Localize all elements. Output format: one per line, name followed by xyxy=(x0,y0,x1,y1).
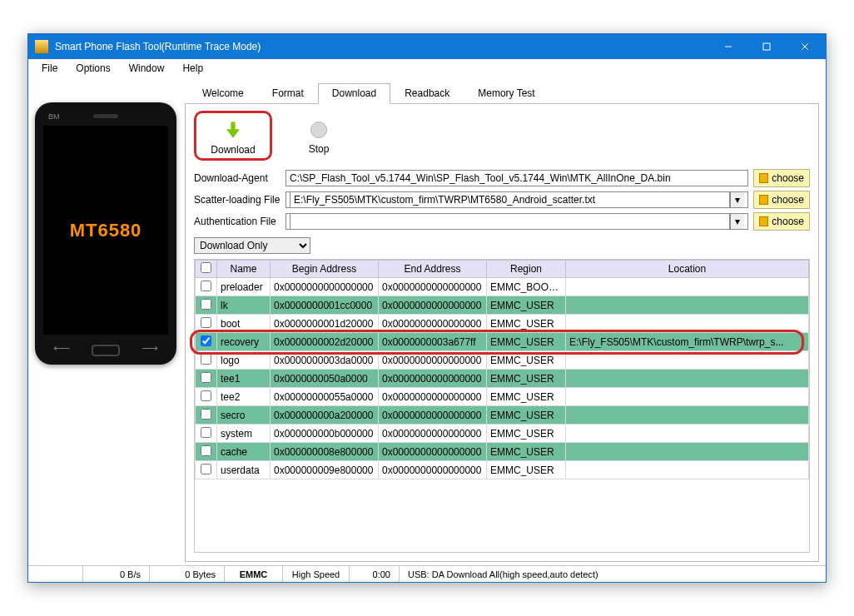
cell-region: EMMC_USER xyxy=(487,370,566,388)
chevron-down-icon[interactable]: ▾ xyxy=(730,214,744,229)
minimize-button[interactable] xyxy=(709,34,747,59)
window-title: Smart Phone Flash Tool(Runtime Trace Mod… xyxy=(55,41,261,52)
cell-location xyxy=(566,461,809,479)
row-check[interactable] xyxy=(201,372,211,383)
row-check[interactable] xyxy=(201,464,211,474)
maximize-button[interactable] xyxy=(747,34,786,59)
row-check[interactable] xyxy=(201,390,211,401)
cell-end: 0x0000000000000000 xyxy=(379,351,487,370)
menu-window[interactable]: Window xyxy=(121,61,173,76)
status-speed: 0 B/s xyxy=(83,566,150,582)
download-arrow-icon xyxy=(221,119,245,142)
cell-location xyxy=(566,351,809,370)
tab-readback[interactable]: Readback xyxy=(390,83,464,104)
col-location[interactable]: Location xyxy=(566,261,809,278)
scatter-label: Scatter-loading File xyxy=(194,194,285,206)
row-check[interactable] xyxy=(201,409,211,420)
cell-begin: 0x000000000b000000 xyxy=(271,425,379,443)
cell-name: preloader xyxy=(217,278,271,296)
cell-location xyxy=(566,370,809,388)
col-name[interactable]: Name xyxy=(217,261,271,278)
row-check[interactable] xyxy=(201,427,211,438)
menu-file[interactable]: File xyxy=(33,61,66,76)
choose-da-button[interactable]: choose xyxy=(753,169,810,187)
phone-screen: MT6580 xyxy=(43,126,168,335)
table-row[interactable]: preloader0x00000000000000000x00000000000… xyxy=(196,278,809,296)
folder-icon xyxy=(759,195,768,205)
cell-end: 0x0000000003a677ff xyxy=(379,333,487,351)
row-check[interactable] xyxy=(201,281,211,291)
table-row[interactable]: tee10x0000000050a00000x0000000000000000E… xyxy=(196,370,809,388)
tab-welcome[interactable]: Welcome xyxy=(188,83,258,104)
check-all[interactable] xyxy=(201,262,211,273)
cell-end: 0x0000000000000000 xyxy=(379,443,487,461)
folder-icon xyxy=(759,173,768,183)
row-check[interactable] xyxy=(201,317,211,328)
app-window: Smart Phone Flash Tool(Runtime Trace Mod… xyxy=(27,33,827,583)
cell-begin: 0x0000000000000000 xyxy=(271,278,379,296)
status-bytes: 0 Bytes xyxy=(150,566,225,582)
tab-strip: Welcome Format Download Readback Memory … xyxy=(185,82,819,104)
menu-options[interactable]: Options xyxy=(67,61,118,76)
table-row[interactable]: cache0x000000008e8000000x000000000000000… xyxy=(196,443,809,461)
table-row[interactable]: userdata0x000000009e8000000x000000000000… xyxy=(196,461,809,479)
cell-name: system xyxy=(217,425,271,443)
chip-label: MT6580 xyxy=(70,220,142,241)
cell-begin: 0x00000000055a0000 xyxy=(271,388,379,406)
partition-table: Name Begin Address End Address Region Lo… xyxy=(194,259,810,553)
col-region[interactable]: Region xyxy=(487,261,566,278)
cell-region: EMMC_USER xyxy=(487,406,566,425)
cell-begin: 0x0000000001d20000 xyxy=(271,315,379,333)
row-check[interactable] xyxy=(201,445,211,456)
cell-region: EMMC_USER xyxy=(487,388,566,406)
tab-download[interactable]: Download xyxy=(318,83,390,104)
cell-begin: 0x0000000001cc0000 xyxy=(271,296,379,315)
choose-scatter-button[interactable]: choose xyxy=(753,191,810,209)
chevron-down-icon[interactable]: ▾ xyxy=(730,192,744,207)
stop-button[interactable]: Stop xyxy=(284,114,354,157)
tab-download-panel: Download Stop Download-Agent xyxy=(185,104,819,562)
cell-end: 0x0000000000000000 xyxy=(379,388,487,406)
table-row[interactable]: tee20x00000000055a00000x0000000000000000… xyxy=(196,388,809,406)
row-check[interactable] xyxy=(201,354,211,365)
table-row[interactable]: boot0x0000000001d200000x0000000000000000… xyxy=(196,315,809,333)
phone-brand: BM xyxy=(48,112,60,121)
col-check[interactable] xyxy=(196,261,217,278)
menu-bar: File Options Window Help xyxy=(28,59,826,77)
cell-end: 0x0000000000000000 xyxy=(379,315,487,333)
col-end[interactable]: End Address xyxy=(379,261,487,278)
tab-memtest[interactable]: Memory Test xyxy=(464,83,549,104)
row-check[interactable] xyxy=(201,335,211,346)
cell-location xyxy=(566,296,809,315)
table-row[interactable]: system0x000000000b0000000x00000000000000… xyxy=(196,425,809,443)
back-icon: ⟵ xyxy=(53,341,70,355)
da-path-field[interactable] xyxy=(285,170,748,186)
download-mode-select[interactable]: Download Only xyxy=(194,237,310,254)
row-check[interactable] xyxy=(201,299,211,310)
cell-end: 0x0000000000000000 xyxy=(379,406,487,425)
svg-rect-1 xyxy=(763,43,770,50)
menu-help[interactable]: Help xyxy=(174,61,211,76)
table-row[interactable]: logo0x0000000003da00000x0000000000000000… xyxy=(196,351,809,370)
download-button[interactable]: Download xyxy=(198,115,268,158)
status-bar: 0 B/s 0 Bytes EMMC High Speed 0:00 USB: … xyxy=(28,565,826,582)
cell-begin: 0x0000000002d20000 xyxy=(271,333,379,351)
auth-path-combo[interactable]: ▾ xyxy=(285,213,748,230)
auth-path-field[interactable] xyxy=(290,213,730,230)
table-row[interactable]: secro0x000000000a2000000x000000000000000… xyxy=(196,406,809,425)
table-row[interactable]: lk0x0000000001cc00000x0000000000000000EM… xyxy=(196,296,809,315)
col-begin[interactable]: Begin Address xyxy=(271,261,379,278)
scatter-path-combo[interactable]: ▾ xyxy=(285,191,748,208)
table-header-row: Name Begin Address End Address Region Lo… xyxy=(196,261,809,278)
table-row[interactable]: recovery0x0000000002d200000x0000000003a6… xyxy=(196,333,809,351)
cell-name: recovery xyxy=(217,333,271,351)
cell-name: lk xyxy=(217,296,271,315)
tab-format[interactable]: Format xyxy=(258,83,318,104)
close-button[interactable] xyxy=(786,34,824,59)
choose-auth-button[interactable]: choose xyxy=(753,212,810,231)
cell-end: 0x0000000000000000 xyxy=(379,461,487,479)
title-bar: Smart Phone Flash Tool(Runtime Trace Mod… xyxy=(28,34,826,59)
stop-icon xyxy=(307,118,330,142)
cell-name: logo xyxy=(217,351,271,370)
scatter-path-field[interactable] xyxy=(290,191,730,208)
